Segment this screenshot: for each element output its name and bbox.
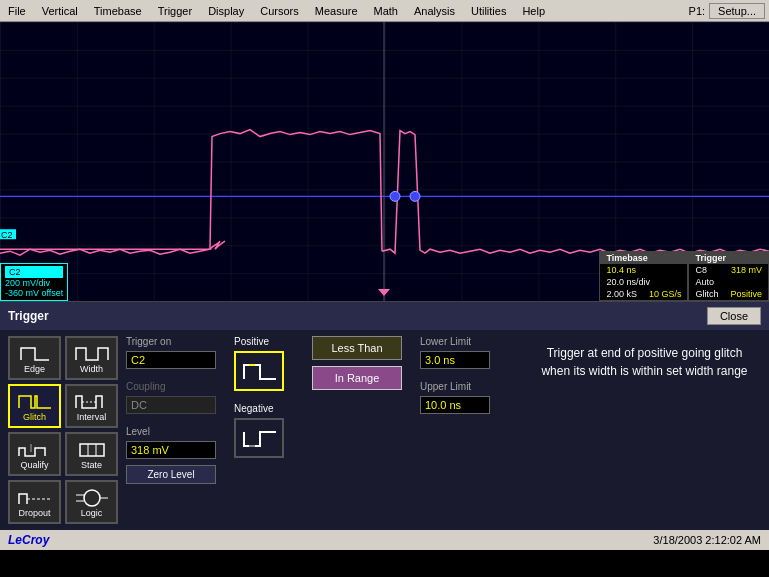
menubar: File Vertical Timebase Trigger Display C… [0, 0, 769, 22]
menu-measure[interactable]: Measure [307, 3, 366, 19]
trigger-panel: Trigger Close Edge Width [0, 302, 769, 530]
trigger-body: Edge Width Glitch [0, 330, 769, 530]
trig-type-glitch[interactable]: Glitch [8, 384, 61, 428]
glitch-label: Glitch [23, 412, 46, 422]
menu-vertical[interactable]: Vertical [34, 3, 86, 19]
dropout-label: Dropout [18, 508, 50, 518]
trigger-mode: Auto [689, 276, 720, 288]
svg-point-5 [410, 191, 420, 201]
menu-trigger[interactable]: Trigger [150, 3, 200, 19]
positive-label: Positive [234, 336, 304, 347]
lower-limit-input[interactable] [420, 351, 490, 369]
negative-polarity-button[interactable] [234, 418, 284, 458]
menu-timebase[interactable]: Timebase [86, 3, 150, 19]
positive-polarity-button[interactable] [234, 351, 284, 391]
trigger-on-input[interactable] [126, 351, 216, 369]
upper-limit-input[interactable] [420, 396, 490, 414]
channel-badge: C2 [5, 266, 63, 278]
dropout-icon [17, 486, 53, 508]
menu-analysis[interactable]: Analysis [406, 3, 463, 19]
qualify-label: Qualify [20, 460, 48, 470]
menu-help[interactable]: Help [514, 3, 553, 19]
range-section: Less Than In Range [312, 336, 412, 390]
scope-display: C2 C2 200 mV/div -360 mV offset Timebase… [0, 22, 769, 302]
trig-type-dropout[interactable]: Dropout [8, 480, 61, 524]
width-label: Width [80, 364, 103, 374]
svg-rect-11 [80, 444, 104, 456]
menu-utilities[interactable]: Utilities [463, 3, 514, 19]
trig-type-logic[interactable]: Logic [65, 480, 118, 524]
trig-type-edge[interactable]: Edge [8, 336, 61, 380]
state-icon [74, 438, 110, 460]
channel-info: C2 200 mV/div -360 mV offset [0, 263, 68, 301]
setup-button[interactable]: Setup... [709, 3, 765, 19]
edge-label: Edge [24, 364, 45, 374]
logic-label: Logic [81, 508, 103, 518]
div-label: 20.0 ns/div [600, 276, 656, 288]
trigger-mv: 318 mV [725, 264, 768, 276]
edge-icon [17, 342, 53, 364]
trig-type-state[interactable]: State [65, 432, 118, 476]
upper-limit-label: Upper Limit [420, 381, 520, 392]
p1-label: P1: [689, 5, 706, 17]
trigger-status: C8 [689, 264, 713, 276]
zero-level-button[interactable]: Zero Level [126, 465, 216, 484]
interval-icon [74, 390, 110, 412]
ch2-offset: -360 mV offset [5, 288, 63, 298]
trigger-on-section: Trigger on Coupling Level Zero Level [126, 336, 226, 484]
status-datetime: 3/18/2003 2:12:02 AM [653, 534, 761, 546]
svg-point-4 [390, 191, 400, 201]
trigger-pol: Positive [724, 288, 768, 300]
trigger-on-label: Trigger on [126, 336, 226, 347]
limits-section: Lower Limit Upper Limit [420, 336, 520, 414]
positive-waveform-icon [240, 357, 278, 385]
help-text: Trigger at end of positive going glitch … [528, 336, 761, 388]
samples-label: 2.00 kS [600, 288, 643, 300]
glitch-icon [17, 390, 53, 412]
status-bar: LeCroy 3/18/2003 2:12:02 AM [0, 530, 769, 550]
logic-icon [74, 486, 110, 508]
in-range-button[interactable]: In Range [312, 366, 402, 390]
state-label: State [81, 460, 102, 470]
menu-display[interactable]: Display [200, 3, 252, 19]
trigger-type: Glitch [689, 288, 724, 300]
svg-text:C2: C2 [1, 230, 12, 240]
menu-cursors[interactable]: Cursors [252, 3, 307, 19]
timebase-val: 10.4 ns [600, 264, 687, 276]
level-label: Level [126, 426, 226, 437]
ch2-sensitivity: 200 mV/div [5, 278, 63, 288]
width-icon [74, 342, 110, 364]
level-input[interactable] [126, 441, 216, 459]
lecroy-brand: LeCroy [8, 533, 49, 547]
trigger-header: Trigger [689, 252, 768, 264]
interval-label: Interval [77, 412, 107, 422]
qualify-icon [17, 438, 53, 460]
less-than-button[interactable]: Less Than [312, 336, 402, 360]
coupling-input [126, 396, 216, 414]
timebase-info: Timebase 10.4 ns 20.0 ns/div 2.00 kS 10 … [599, 251, 769, 301]
svg-point-15 [84, 490, 100, 506]
close-button[interactable]: Close [707, 307, 761, 325]
trigger-type-grid: Edge Width Glitch [8, 336, 118, 524]
menu-file[interactable]: File [0, 3, 34, 19]
polarity-section: Positive Negative [234, 336, 304, 458]
negative-waveform-icon [240, 424, 278, 452]
lower-limit-label: Lower Limit [420, 336, 520, 347]
coupling-label: Coupling [126, 381, 226, 392]
trig-type-interval[interactable]: Interval [65, 384, 118, 428]
trig-type-qualify[interactable]: Qualify [8, 432, 61, 476]
trig-type-width[interactable]: Width [65, 336, 118, 380]
trigger-panel-header: Trigger Close [0, 302, 769, 330]
trigger-title: Trigger [8, 309, 49, 323]
sample-rate-val: 10 GS/s [643, 288, 688, 300]
timebase-header: Timebase [600, 252, 687, 264]
menu-math[interactable]: Math [366, 3, 406, 19]
negative-label: Negative [234, 403, 304, 414]
